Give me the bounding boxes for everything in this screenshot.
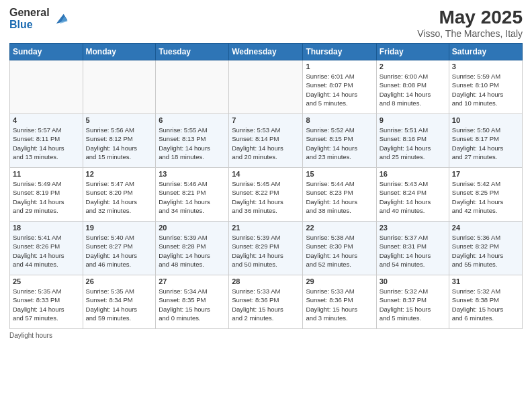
calendar-week-row: 18Sunrise: 5:41 AM Sunset: 8:26 PM Dayli…	[10, 222, 523, 275]
calendar-day-header: Sunday	[10, 44, 83, 60]
day-number: 19	[86, 224, 153, 232]
calendar-day-cell: 9Sunrise: 5:51 AM Sunset: 8:16 PM Daylig…	[376, 114, 449, 168]
calendar-day-cell: 4Sunrise: 5:57 AM Sunset: 8:11 PM Daylig…	[10, 114, 83, 168]
calendar-day-cell: 24Sunrise: 5:36 AM Sunset: 8:32 PM Dayli…	[449, 222, 522, 275]
day-info: Sunrise: 6:01 AM Sunset: 8:07 PM Dayligh…	[306, 72, 373, 107]
logo-icon	[54, 11, 69, 26]
calendar-day-cell: 11Sunrise: 5:49 AM Sunset: 8:19 PM Dayli…	[10, 168, 83, 222]
calendar-week-row: 4Sunrise: 5:57 AM Sunset: 8:11 PM Daylig…	[10, 114, 523, 168]
day-number: 15	[306, 170, 373, 178]
calendar-day-cell: 20Sunrise: 5:39 AM Sunset: 8:28 PM Dayli…	[156, 222, 229, 275]
day-number: 28	[232, 277, 300, 285]
calendar-day-cell: 19Sunrise: 5:40 AM Sunset: 8:27 PM Dayli…	[83, 222, 156, 275]
day-number: 6	[159, 116, 226, 124]
calendar-day-cell: 16Sunrise: 5:43 AM Sunset: 8:24 PM Dayli…	[376, 168, 449, 222]
logo-general: General	[9, 7, 50, 19]
day-number: 22	[306, 224, 373, 232]
day-info: Sunrise: 5:35 AM Sunset: 8:33 PM Dayligh…	[13, 287, 80, 322]
calendar-day-cell	[156, 60, 229, 114]
calendar-day-cell: 8Sunrise: 5:52 AM Sunset: 8:15 PM Daylig…	[303, 114, 376, 168]
day-number: 25	[13, 277, 80, 285]
page: General Blue May 2025 Visso, The Marches…	[0, 0, 532, 411]
calendar-header-row: SundayMondayTuesdayWednesdayThursdayFrid…	[10, 44, 523, 60]
day-info: Sunrise: 5:59 AM Sunset: 8:10 PM Dayligh…	[452, 72, 519, 107]
day-number: 31	[452, 277, 519, 285]
day-info: Sunrise: 5:33 AM Sunset: 8:36 PM Dayligh…	[306, 287, 373, 322]
day-info: Sunrise: 5:50 AM Sunset: 8:17 PM Dayligh…	[452, 126, 519, 161]
day-info: Sunrise: 5:36 AM Sunset: 8:32 PM Dayligh…	[452, 233, 519, 269]
title-block: May 2025 Visso, The Marches, Italy	[417, 7, 523, 39]
calendar-day-cell: 18Sunrise: 5:41 AM Sunset: 8:26 PM Dayli…	[10, 222, 83, 275]
calendar-day-cell	[229, 60, 303, 114]
logo-blue: Blue	[9, 19, 50, 31]
day-number: 29	[306, 277, 373, 285]
day-info: Sunrise: 5:42 AM Sunset: 8:25 PM Dayligh…	[452, 179, 519, 215]
day-number: 9	[380, 116, 446, 124]
calendar-day-header: Saturday	[449, 44, 522, 60]
day-number: 13	[159, 170, 226, 178]
calendar-day-cell: 13Sunrise: 5:46 AM Sunset: 8:21 PM Dayli…	[156, 168, 229, 222]
calendar-day-cell: 28Sunrise: 5:33 AM Sunset: 8:36 PM Dayli…	[229, 275, 303, 329]
day-number: 12	[86, 170, 153, 178]
main-title: May 2025	[417, 7, 523, 28]
calendar-day-header: Monday	[83, 44, 156, 60]
calendar-day-cell: 31Sunrise: 5:32 AM Sunset: 8:38 PM Dayli…	[449, 275, 522, 329]
calendar-day-cell: 14Sunrise: 5:45 AM Sunset: 8:22 PM Dayli…	[229, 168, 303, 222]
day-number: 3	[452, 62, 519, 71]
day-info: Sunrise: 5:47 AM Sunset: 8:20 PM Dayligh…	[86, 179, 153, 215]
day-info: Sunrise: 5:35 AM Sunset: 8:34 PM Dayligh…	[86, 287, 153, 322]
calendar-day-cell: 21Sunrise: 5:39 AM Sunset: 8:29 PM Dayli…	[229, 222, 303, 275]
calendar-day-header: Thursday	[303, 44, 376, 60]
day-number: 17	[452, 170, 519, 178]
calendar-week-row: 25Sunrise: 5:35 AM Sunset: 8:33 PM Dayli…	[10, 275, 523, 329]
calendar-day-cell	[10, 60, 83, 114]
day-number: 10	[452, 116, 519, 124]
calendar-day-cell: 26Sunrise: 5:35 AM Sunset: 8:34 PM Dayli…	[83, 275, 156, 329]
calendar-day-cell: 2Sunrise: 6:00 AM Sunset: 8:08 PM Daylig…	[376, 60, 449, 114]
day-number: 4	[13, 116, 80, 124]
day-info: Sunrise: 5:46 AM Sunset: 8:21 PM Dayligh…	[159, 179, 226, 215]
logo: General Blue	[9, 7, 69, 30]
day-number: 24	[452, 224, 519, 232]
day-info: Sunrise: 5:33 AM Sunset: 8:36 PM Dayligh…	[232, 287, 300, 322]
calendar-day-cell: 1Sunrise: 6:01 AM Sunset: 8:07 PM Daylig…	[303, 60, 376, 114]
footer-note: Daylight hours	[9, 332, 523, 339]
day-info: Sunrise: 5:41 AM Sunset: 8:26 PM Dayligh…	[13, 233, 80, 269]
day-info: Sunrise: 5:55 AM Sunset: 8:13 PM Dayligh…	[159, 126, 226, 161]
day-info: Sunrise: 5:44 AM Sunset: 8:23 PM Dayligh…	[306, 179, 373, 215]
calendar-day-cell: 15Sunrise: 5:44 AM Sunset: 8:23 PM Dayli…	[303, 168, 376, 222]
day-info: Sunrise: 5:39 AM Sunset: 8:29 PM Dayligh…	[232, 233, 300, 269]
calendar-day-cell: 17Sunrise: 5:42 AM Sunset: 8:25 PM Dayli…	[449, 168, 522, 222]
daylight-hours-label: Daylight hours	[9, 332, 52, 339]
day-info: Sunrise: 5:40 AM Sunset: 8:27 PM Dayligh…	[86, 233, 153, 269]
day-info: Sunrise: 5:56 AM Sunset: 8:12 PM Dayligh…	[86, 126, 153, 161]
day-info: Sunrise: 5:34 AM Sunset: 8:35 PM Dayligh…	[159, 287, 226, 322]
day-info: Sunrise: 5:51 AM Sunset: 8:16 PM Dayligh…	[380, 126, 446, 161]
day-number: 21	[232, 224, 300, 232]
day-number: 7	[232, 116, 300, 124]
day-number: 30	[380, 277, 446, 285]
calendar-day-cell: 30Sunrise: 5:32 AM Sunset: 8:37 PM Dayli…	[376, 275, 449, 329]
day-info: Sunrise: 5:53 AM Sunset: 8:14 PM Dayligh…	[232, 126, 300, 161]
day-number: 16	[380, 170, 446, 178]
logo-text: General Blue	[9, 7, 50, 30]
day-info: Sunrise: 5:32 AM Sunset: 8:38 PM Dayligh…	[452, 287, 519, 322]
day-info: Sunrise: 5:57 AM Sunset: 8:11 PM Dayligh…	[13, 126, 80, 161]
subtitle: Visso, The Marches, Italy	[417, 28, 523, 39]
day-info: Sunrise: 6:00 AM Sunset: 8:08 PM Dayligh…	[380, 72, 446, 107]
calendar-day-cell: 22Sunrise: 5:38 AM Sunset: 8:30 PM Dayli…	[303, 222, 376, 275]
calendar-day-header: Tuesday	[156, 44, 229, 60]
calendar-week-row: 1Sunrise: 6:01 AM Sunset: 8:07 PM Daylig…	[10, 60, 523, 114]
day-info: Sunrise: 5:43 AM Sunset: 8:24 PM Dayligh…	[380, 179, 446, 215]
day-number: 8	[306, 116, 373, 124]
calendar-day-cell: 7Sunrise: 5:53 AM Sunset: 8:14 PM Daylig…	[229, 114, 303, 168]
day-number: 23	[380, 224, 446, 232]
calendar-day-cell: 23Sunrise: 5:37 AM Sunset: 8:31 PM Dayli…	[376, 222, 449, 275]
calendar-day-cell: 10Sunrise: 5:50 AM Sunset: 8:17 PM Dayli…	[449, 114, 522, 168]
day-info: Sunrise: 5:39 AM Sunset: 8:28 PM Dayligh…	[159, 233, 226, 269]
calendar-day-cell: 29Sunrise: 5:33 AM Sunset: 8:36 PM Dayli…	[303, 275, 376, 329]
day-info: Sunrise: 5:37 AM Sunset: 8:31 PM Dayligh…	[380, 233, 446, 269]
day-info: Sunrise: 5:38 AM Sunset: 8:30 PM Dayligh…	[306, 233, 373, 269]
header: General Blue May 2025 Visso, The Marches…	[9, 7, 523, 39]
calendar-table: SundayMondayTuesdayWednesdayThursdayFrid…	[9, 43, 523, 329]
